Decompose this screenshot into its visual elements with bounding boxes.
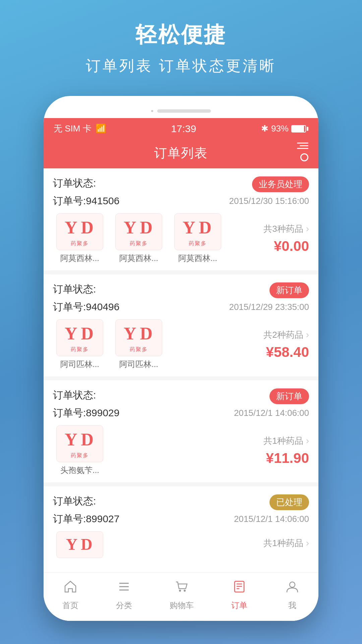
order-number-2: 订单号:940496 [53, 300, 119, 314]
status-bar: 无 SIM 卡 📶 17:39 ✱ 93% [44, 118, 318, 139]
order-status-label-4: 订单状态: [53, 494, 96, 508]
svg-point-11 [184, 590, 186, 592]
product-item: Y D 药聚多 阿莫西林... [112, 213, 166, 264]
nav-title: 订单列表 [154, 145, 208, 162]
product-name: 阿莫西林... [178, 253, 217, 264]
order-number-3: 订单号:899029 [53, 406, 119, 420]
hero-title: 轻松便捷 [135, 20, 227, 49]
product-item: Y D 药聚多 阿司匹林... [53, 319, 107, 370]
product-name: 阿司匹林... [60, 359, 99, 370]
nav-item-me[interactable]: 我 [285, 579, 300, 611]
nav-label-orders: 订单 [231, 600, 247, 611]
order-price-1: ¥0.00 [274, 238, 309, 254]
order-date-1: 2015/12/30 15:16:00 [229, 196, 309, 206]
product-count-3: 共1种药品 › [263, 435, 309, 447]
product-count-4: 共1种药品 › [263, 537, 309, 549]
svg-text:Y D: Y D [124, 218, 153, 237]
nav-item-home[interactable]: 首页 [62, 579, 78, 611]
nav-label-me: 我 [288, 600, 296, 611]
svg-text:Y D: Y D [65, 324, 94, 343]
bluetooth-icon: ✱ [261, 123, 268, 134]
product-logo: Y D 药聚多 [56, 213, 103, 250]
product-count-2: 共2种药品 › [263, 329, 309, 341]
bottom-nav: 首页 分类 购物车 [44, 572, 318, 621]
nav-item-orders[interactable]: 订单 [231, 579, 247, 611]
nav-label-cart: 购物车 [170, 600, 194, 611]
order-price-3: ¥11.90 [266, 450, 309, 466]
order-date-4: 2015/12/1 14:06:00 [234, 514, 309, 524]
carrier-text: 无 SIM 卡 [54, 123, 92, 135]
battery-percent: 93% [271, 123, 289, 134]
nav-label-category: 分类 [116, 600, 132, 611]
hero-subtitle: 订单列表 订单状态更清晰 [86, 56, 276, 76]
order-status-label-3: 订单状态: [53, 388, 96, 402]
svg-point-10 [179, 590, 181, 592]
nav-bar: 订单列表 [44, 139, 318, 168]
status-right: ✱ 93% [261, 123, 308, 134]
order-number-4: 订单号:899027 [53, 512, 119, 526]
product-count-1: 共3种药品 › [263, 223, 309, 235]
product-list-1: Y D 药聚多 阿莫西林... Y D 药聚多 阿莫 [53, 213, 242, 264]
product-logo: Y D 药聚多 [115, 319, 162, 356]
user-icon [285, 579, 300, 597]
order-badge-4: 已处理 [269, 494, 309, 510]
svg-text:Y D: Y D [65, 430, 94, 449]
filter-search-icon[interactable] [297, 143, 308, 164]
category-icon [117, 579, 131, 597]
product-list-2: Y D 药聚多 阿司匹林... Y D 药聚多 阿司 [53, 319, 242, 370]
product-item: Y D 药聚多 阿司匹林... [112, 319, 166, 370]
order-right-1: 共3种药品 › ¥0.00 [242, 223, 309, 254]
product-item: Y D 药聚多 阿莫西林... [171, 213, 225, 264]
svg-text:Y D: Y D [183, 218, 212, 237]
order-price-2: ¥58.40 [266, 344, 309, 360]
product-name: 阿莫西林... [119, 253, 158, 264]
order-card-2[interactable]: 订单状态: 新订单 订单号:940496 2015/12/29 23:35:00… [44, 274, 318, 376]
order-card-4[interactable]: 订单状态: 已处理 订单号:899027 2015/12/1 14:06:00 … [44, 486, 318, 568]
product-name: 头孢氨苄... [60, 465, 99, 476]
svg-text:Y D: Y D [65, 218, 94, 237]
order-right-3: 共1种药品 › ¥11.90 [242, 435, 309, 466]
order-date-3: 2015/12/1 14:06:00 [234, 408, 309, 418]
product-logo: Y D 药聚多 [115, 213, 162, 250]
wifi-icon: 📶 [96, 123, 106, 134]
phone-top [44, 106, 318, 118]
order-card-1[interactable]: 订单状态: 业务员处理 订单号:941506 2015/12/30 15:16:… [44, 168, 318, 270]
orders-list: 订单状态: 业务员处理 订单号:941506 2015/12/30 15:16:… [44, 168, 318, 568]
nav-item-category[interactable]: 分类 [116, 579, 132, 611]
svg-text:Y D: Y D [66, 536, 93, 553]
product-list-3: Y D 药聚多 头孢氨苄... [53, 425, 242, 476]
product-logo: Y D [56, 531, 103, 558]
product-name: 阿司匹林... [119, 359, 158, 370]
order-status-label-2: 订单状态: [53, 282, 96, 296]
order-right-4: 共1种药品 › [242, 537, 309, 552]
product-list-4: Y D [53, 531, 242, 558]
home-icon [63, 579, 78, 597]
svg-point-16 [290, 582, 295, 587]
order-number-1: 订单号:941506 [53, 194, 119, 208]
status-time: 17:39 [171, 123, 196, 135]
battery-icon [291, 125, 308, 132]
product-item: Y D [53, 531, 107, 558]
product-logo: Y D 药聚多 [174, 213, 221, 250]
product-item: Y D 药聚多 阿莫西林... [53, 213, 107, 264]
phone-frame: 无 SIM 卡 📶 17:39 ✱ 93% 订单列表 [44, 96, 318, 621]
order-right-2: 共2种药品 › ¥58.40 [242, 329, 309, 360]
order-card-3[interactable]: 订单状态: 新订单 订单号:899029 2015/12/1 14:06:00 … [44, 380, 318, 482]
product-name: 阿莫西林... [60, 253, 99, 264]
product-item: Y D 药聚多 头孢氨苄... [53, 425, 107, 476]
order-badge-3: 新订单 [269, 388, 309, 404]
order-badge-1: 业务员处理 [252, 176, 309, 192]
orders-icon [232, 579, 247, 597]
order-badge-2: 新订单 [269, 282, 309, 298]
order-status-label-1: 订单状态: [53, 176, 96, 190]
svg-text:Y D: Y D [124, 324, 153, 343]
nav-item-cart[interactable]: 购物车 [170, 579, 194, 611]
phone-speaker-bar [157, 109, 211, 113]
cart-icon [174, 579, 189, 597]
product-logo: Y D 药聚多 [56, 319, 103, 356]
order-date-2: 2015/12/29 23:35:00 [229, 302, 309, 312]
status-left: 无 SIM 卡 📶 [54, 123, 106, 135]
product-logo: Y D 药聚多 [56, 425, 103, 462]
phone-speaker-dot [151, 110, 153, 112]
nav-label-home: 首页 [62, 600, 78, 611]
